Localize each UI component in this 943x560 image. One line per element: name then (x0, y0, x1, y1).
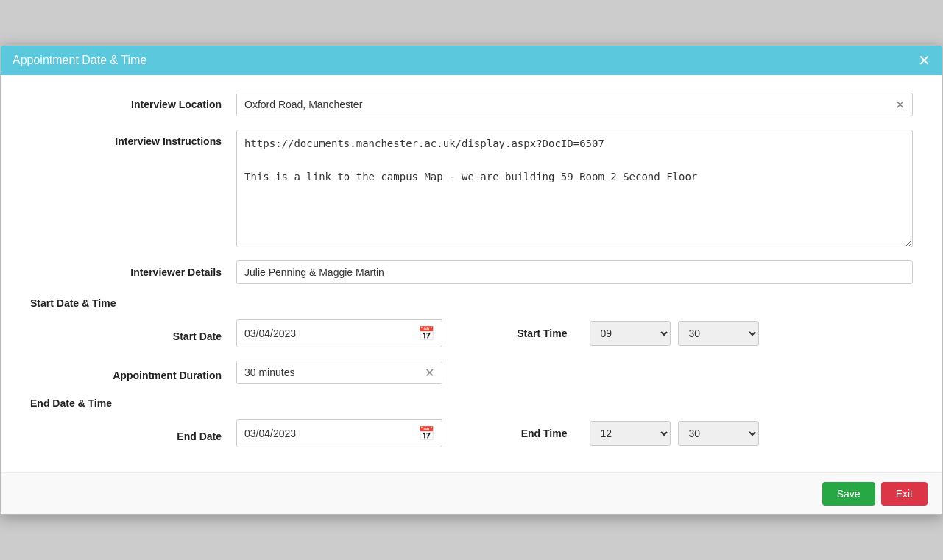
start-time-label: Start Time (494, 327, 568, 339)
interviewer-details-input[interactable] (236, 260, 913, 284)
end-datetime-row: End Date 📅 End Time 00010203040506070809… (30, 419, 913, 447)
interview-location-clear-button[interactable]: ✕ (888, 98, 912, 112)
interview-instructions-input[interactable] (236, 130, 913, 247)
exit-button[interactable]: Exit (881, 482, 928, 506)
end-time-part: End Time 0001020304050607080910111213141… (450, 421, 914, 446)
start-date-input[interactable] (244, 327, 418, 339)
duration-field: ✕ (236, 361, 442, 384)
end-time-hour-select[interactable]: 0001020304050607080910111213141516171819… (590, 421, 671, 446)
start-time-hour-select[interactable]: 0001020304050607080910111213141516171819… (590, 321, 671, 346)
end-time-minute-select[interactable]: 00153045 (678, 421, 759, 446)
interview-location-input[interactable] (237, 93, 888, 116)
end-section-label: End Date & Time (30, 397, 913, 409)
end-date-input[interactable] (244, 428, 418, 439)
start-section-row: Start Date & Time (30, 297, 913, 309)
duration-input[interactable] (237, 361, 417, 383)
start-date-label: Start Date (30, 325, 236, 342)
start-date-calendar-icon[interactable]: 📅 (418, 325, 434, 341)
modal-close-button[interactable]: ✕ (918, 53, 930, 68)
modal-body: Interview Location ✕ Interview Instructi… (1, 75, 942, 472)
modal-header: Appointment Date & Time ✕ (1, 46, 942, 75)
appointment-duration-label: Appointment Duration (30, 364, 236, 381)
interview-instructions-label: Interview Instructions (30, 130, 236, 147)
start-time-part: Start Time 00010203040506070809101112131… (450, 321, 914, 346)
end-section-row: End Date & Time (30, 397, 913, 409)
duration-clear-button[interactable]: ✕ (417, 366, 442, 380)
end-date-field: 📅 (236, 419, 442, 447)
start-section-label: Start Date & Time (30, 297, 913, 309)
end-time-label: End Time (494, 428, 568, 439)
start-date-field: 📅 (236, 319, 442, 347)
start-datetime-row: Start Date 📅 Start Time 0001020304050607… (30, 319, 913, 347)
end-date-label: End Date (30, 425, 236, 442)
start-time-group: 0001020304050607080910111213141516171819… (582, 321, 759, 346)
duration-part: Appointment Duration ✕ (30, 361, 913, 384)
appointment-modal: Appointment Date & Time ✕ Interview Loca… (0, 45, 943, 515)
modal-footer: Save Exit (1, 472, 942, 514)
save-button[interactable]: Save (822, 482, 875, 506)
interview-location-field: ✕ (236, 93, 913, 116)
start-date-part: Start Date 📅 (30, 319, 450, 347)
interview-location-row: Interview Location ✕ (30, 93, 913, 116)
start-time-minute-select[interactable]: 00153045 (678, 321, 759, 346)
modal-title: Appointment Date & Time (13, 54, 146, 67)
interview-instructions-row: Interview Instructions (30, 130, 913, 247)
interviewer-details-label: Interviewer Details (30, 260, 236, 278)
appointment-duration-row: Appointment Duration ✕ (30, 361, 913, 384)
interview-location-label: Interview Location (30, 93, 236, 110)
end-date-calendar-icon[interactable]: 📅 (418, 425, 434, 442)
interviewer-details-row: Interviewer Details (30, 260, 913, 284)
end-time-group: 0001020304050607080910111213141516171819… (582, 421, 759, 446)
end-date-part: End Date 📅 (30, 419, 450, 447)
